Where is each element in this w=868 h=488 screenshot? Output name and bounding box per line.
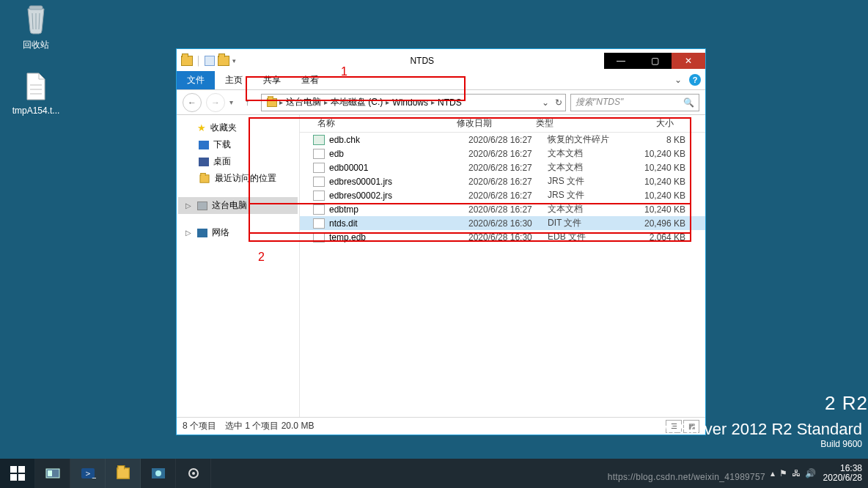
chevron-right-icon: ▸ [431, 98, 435, 106]
app-icon [181, 56, 193, 66]
tree-network[interactable]: ▷ 网络 [178, 224, 298, 241]
file-row[interactable]: ntds.dit2020/6/28 16:30DIT 文件20,496 KB [300, 216, 705, 230]
col-date[interactable]: 修改日期 [457, 117, 536, 130]
qat-sep: │ [196, 56, 202, 66]
qat-dropdown-icon[interactable]: ▾ [232, 57, 236, 64]
up-button[interactable]: ↑ [238, 93, 257, 112]
forward-button[interactable]: → [206, 93, 225, 112]
file-name: ntds.dit [329, 218, 468, 229]
search-input[interactable]: 搜索"NTDS" 🔍 [570, 94, 699, 111]
svg-rect-12 [48, 470, 52, 476]
file-size: 10,240 KB [631, 204, 697, 215]
recycle-bin-icon [21, 4, 51, 36]
refresh-icon[interactable]: ↻ [555, 97, 562, 108]
taskbar-app-1[interactable] [141, 459, 176, 488]
help-icon[interactable]: ? [689, 74, 701, 86]
file-type: JRS 文件 [548, 189, 631, 202]
desktop-icon-label: tmpA154.t... [11, 106, 61, 116]
addr-folder-icon [267, 98, 277, 107]
taskbar-explorer[interactable] [106, 459, 141, 488]
window-title: NTDS [240, 56, 605, 66]
tree-recent[interactable]: 最近访问的位置 [178, 170, 298, 187]
file-size: 10,240 KB [631, 191, 697, 201]
taskbar: ＞_ ▴ ⚑ 🖧 🔊 16:38 2020/6/28 [0, 459, 868, 488]
file-icon [313, 191, 325, 201]
file-icon [313, 232, 325, 243]
qat-props-icon[interactable] [205, 56, 215, 66]
tab-share[interactable]: 共享 [253, 71, 291, 89]
titlebar[interactable]: │ ▾ NTDS — ▢ ✕ [177, 49, 705, 73]
file-name: edb [329, 149, 468, 159]
breadcrumb-segment[interactable]: NTDS [436, 97, 463, 108]
tree-label: 桌面 [213, 155, 231, 168]
chevron-right-icon: ▸ [324, 98, 328, 106]
clock-date: 2020/6/28 [823, 473, 862, 483]
file-size: 2,064 KB [631, 232, 697, 243]
gear-icon [185, 466, 202, 481]
desktop-icon [199, 158, 209, 166]
col-type[interactable]: 类型 [536, 117, 619, 130]
ribbon-expand-icon[interactable]: ⌄ [674, 75, 682, 85]
breadcrumb-segment[interactable]: Windows [391, 97, 430, 108]
file-list: edb.chk2020/6/28 16:27恢复的文件碎片8 KBedb2020… [300, 133, 705, 417]
file-name: edbtmp [329, 204, 468, 215]
start-button[interactable] [0, 459, 35, 488]
recent-dropdown-icon[interactable]: ▾ [229, 98, 233, 106]
file-name: edbres00002.jrs [329, 191, 468, 201]
breadcrumb-segment[interactable]: 这台电脑 [284, 96, 323, 108]
column-headers[interactable]: 名称 修改日期 类型 大小 [300, 115, 705, 133]
col-size[interactable]: 大小 [619, 117, 685, 130]
search-placeholder: 搜索"NTDS" [575, 96, 623, 108]
file-row[interactable]: edbtmp2020/6/28 16:27文本文档10,240 KB [300, 202, 705, 216]
file-row[interactable]: edb2020/6/28 16:27文本文档10,240 KB [300, 147, 705, 160]
file-row[interactable]: edbres00001.jrs2020/6/28 16:27JRS 文件10,2… [300, 174, 705, 188]
file-type: 文本文档 [548, 161, 631, 174]
breadcrumb-segment[interactable]: 本地磁盘 (C:) [329, 96, 384, 108]
taskbar-clock[interactable]: 16:38 2020/6/28 [823, 464, 862, 483]
tree-desktop[interactable]: 桌面 [178, 153, 298, 170]
tray-flag-icon[interactable]: ⚑ [779, 468, 787, 478]
tree-this-pc[interactable]: ▷ 这台电脑 [178, 197, 298, 214]
tab-home[interactable]: 主页 [215, 71, 253, 89]
os-r2-ghost: 2 R2 [825, 392, 868, 415]
app-icon [150, 466, 166, 481]
server-manager-icon [45, 466, 61, 481]
file-row[interactable]: edbres00002.jrs2020/6/28 16:27JRS 文件10,2… [300, 188, 705, 202]
explorer-icon [117, 467, 130, 478]
tray-volume-icon[interactable]: 🔊 [805, 468, 816, 478]
tree-favorites[interactable]: ★ 收藏夹 [178, 119, 298, 136]
forward-icon: → [211, 97, 220, 108]
taskbar-powershell[interactable]: ＞_ [70, 459, 106, 488]
content-pane: 名称 修改日期 类型 大小 edb.chk2020/6/28 16:27恢复的文… [300, 115, 705, 417]
taskbar-app-2[interactable] [176, 459, 211, 488]
chevron-right-icon: ▸ [386, 98, 389, 106]
taskbar-server-manager[interactable] [35, 459, 70, 488]
qat-newfolder-icon[interactable] [218, 56, 229, 66]
file-name: edb00001 [329, 163, 468, 173]
tray-network-icon[interactable]: 🖧 [792, 468, 801, 478]
file-row[interactable]: edb.chk2020/6/28 16:27恢复的文件碎片8 KB [300, 133, 705, 147]
maximize-button[interactable]: ▢ [638, 53, 672, 69]
tab-view[interactable]: 查看 [291, 71, 329, 89]
desktop-icon-recycle-bin[interactable]: 回收站 [11, 4, 61, 51]
file-row[interactable]: temp.edb2020/6/28 16:30EDB 文件2,064 KB [300, 230, 705, 244]
tree-downloads[interactable]: 下载 [178, 136, 298, 153]
file-icon [313, 163, 325, 173]
tab-file[interactable]: 文件 [177, 71, 215, 89]
minimize-button[interactable]: — [604, 53, 638, 69]
back-button[interactable]: ← [183, 93, 202, 112]
address-dropdown-icon[interactable]: ⌄ [542, 97, 549, 108]
status-selection: 选中 1 个项目 20.0 MB [225, 420, 314, 432]
address-bar[interactable]: ▸ 这台电脑 ▸ 本地磁盘 (C:) ▸ Windows ▸ NTDS ⌄ ↻ [261, 94, 566, 111]
close-button[interactable]: ✕ [672, 53, 705, 69]
file-row[interactable]: edb000012020/6/28 16:27文本文档10,240 KB [300, 160, 705, 174]
col-name[interactable]: 名称 [300, 117, 457, 130]
chevron-right-icon: ▸ [279, 98, 283, 106]
os-line1: Windows Server 2012 R2 Standard [609, 419, 862, 440]
system-tray[interactable]: ▴ ⚑ 🖧 🔊 [770, 468, 816, 478]
search-icon: 🔍 [683, 97, 694, 108]
desktop-icon-tmpfile[interactable]: tmpA154.t... [11, 70, 61, 116]
tray-up-icon[interactable]: ▴ [770, 468, 775, 478]
powershell-icon: ＞_ [80, 466, 96, 481]
ribbon: 文件 主页 共享 查看 ⌄ ? [177, 73, 705, 90]
